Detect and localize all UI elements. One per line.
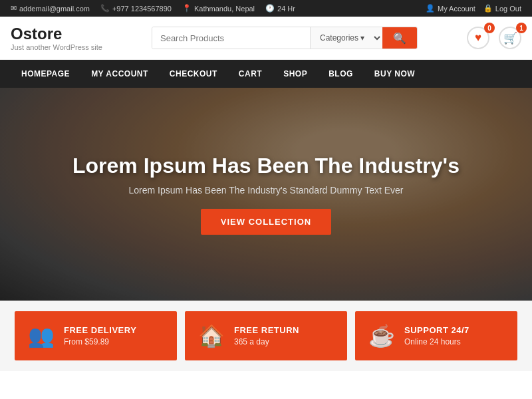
nav-cart[interactable]: CART <box>228 60 273 88</box>
my-account-link[interactable]: 👤 My Account <box>426 4 475 13</box>
location-info: 📍 Kathmandu, Nepal <box>182 4 255 13</box>
hero-content: Lorem Ipsum Has Been The Industry's Lore… <box>72 154 460 235</box>
nav-my-account[interactable]: MY ACCOUNT <box>80 60 159 88</box>
return-title: FREE RETURN <box>234 325 299 335</box>
feature-support: ☕ SUPPORT 24/7 Online 24 hours <box>355 311 517 360</box>
nav-homepage[interactable]: HOMEPAGE <box>11 60 80 88</box>
nav-buy-now[interactable]: BUY NOW <box>364 60 426 88</box>
lock-icon: 🔒 <box>483 4 493 13</box>
categories-dropdown[interactable]: Categories ▾ <box>310 27 382 49</box>
main-nav: HOMEPAGE MY ACCOUNT CHECKOUT CART SHOP B… <box>0 60 532 88</box>
features-section: 👥 FREE DELIVERY From $59.89 🏠 FREE RETUR… <box>0 301 532 371</box>
cart-badge: 1 <box>516 23 527 33</box>
feature-return: 🏠 FREE RETURN 365 a day <box>185 311 347 360</box>
logout-link[interactable]: 🔒 Log Out <box>483 4 521 13</box>
delivery-title: FREE DELIVERY <box>64 325 136 335</box>
cart-icon-wrapper[interactable]: 🛒 1 <box>499 27 521 49</box>
delivery-icon: 👥 <box>28 323 55 348</box>
delivery-subtitle: From $59.89 <box>64 337 109 346</box>
support-icon: ☕ <box>368 323 395 348</box>
logo-tagline: Just another WordPress site <box>11 43 102 51</box>
return-icon: 🏠 <box>198 323 225 348</box>
wishlist-icon-wrapper[interactable]: ♥ 0 <box>467 27 489 49</box>
nav-blog[interactable]: BLOG <box>318 60 364 88</box>
map-icon: 📍 <box>182 4 192 13</box>
phone-icon: 📞 <box>100 4 110 13</box>
top-bar: ✉ addemail@gmail.com 📞 +977 1234567890 📍… <box>0 0 532 17</box>
logo-area: Ostore Just another WordPress site <box>11 25 102 51</box>
header-icons: ♥ 0 🛒 1 <box>467 27 521 49</box>
nav-checkout[interactable]: CHECKOUT <box>159 60 228 88</box>
feature-support-text: SUPPORT 24/7 Online 24 hours <box>404 325 469 347</box>
hero-subheading: Lorem Ipsum Has Been The Industry's Stan… <box>72 185 460 196</box>
feature-return-text: FREE RETURN 365 a day <box>234 325 299 347</box>
search-input[interactable] <box>152 27 310 49</box>
support-title: SUPPORT 24/7 <box>404 325 469 335</box>
view-collection-button[interactable]: VIEW COLLECTION <box>201 209 331 235</box>
user-icon: 👤 <box>426 4 435 13</box>
feature-delivery-text: FREE DELIVERY From $59.89 <box>64 325 136 347</box>
top-bar-left: ✉ addemail@gmail.com 📞 +977 1234567890 📍… <box>11 4 295 13</box>
wishlist-badge: 0 <box>484 23 495 33</box>
return-subtitle: 365 a day <box>234 337 269 346</box>
nav-shop[interactable]: SHOP <box>273 60 318 88</box>
feature-delivery: 👥 FREE DELIVERY From $59.89 <box>15 311 177 360</box>
phone-info: 📞 +977 1234567890 <box>100 4 172 13</box>
logo-title[interactable]: Ostore <box>11 25 102 43</box>
email-info: ✉ addemail@gmail.com <box>11 4 90 13</box>
support-subtitle: Online 24 hours <box>404 337 461 346</box>
top-bar-right: 👤 My Account 🔒 Log Out <box>426 4 521 13</box>
hours-info: 🕐 24 Hr <box>265 4 295 13</box>
search-area: Categories ▾ 🔍 <box>152 27 418 49</box>
email-icon: ✉ <box>11 4 17 13</box>
header: Ostore Just another WordPress site Categ… <box>0 17 532 60</box>
clock-icon: 🕐 <box>265 4 275 13</box>
search-button[interactable]: 🔍 <box>382 27 417 49</box>
hero-heading: Lorem Ipsum Has Been The Industry's <box>72 154 460 178</box>
hero-section: Lorem Ipsum Has Been The Industry's Lore… <box>0 88 532 301</box>
